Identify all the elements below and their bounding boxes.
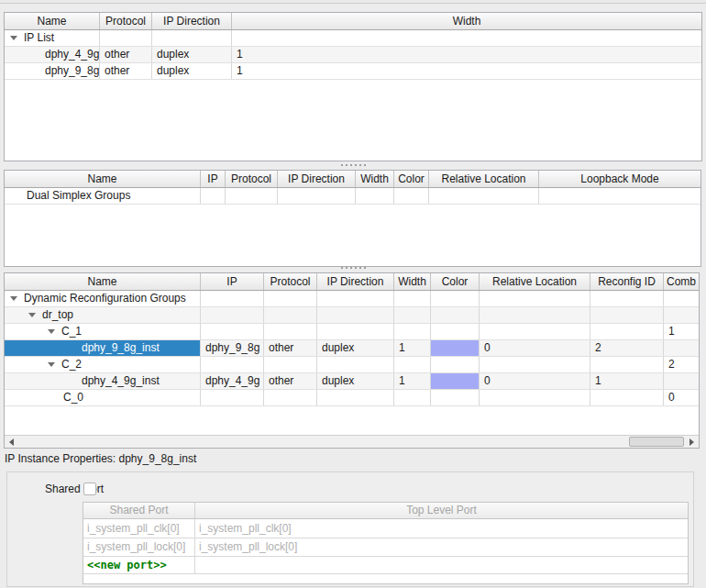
horizontal-scrollbar[interactable] xyxy=(5,435,699,448)
tree-item-label: Dual Simplex Groups xyxy=(27,188,130,204)
chevron-down-icon[interactable] xyxy=(10,36,17,40)
column-header-ip-direction[interactable]: IP Direction xyxy=(152,13,232,29)
tree-item-label: C_1 xyxy=(61,324,82,339)
cell-relative-location xyxy=(480,291,590,306)
table-row[interactable]: dphy_9_8g other duplex 1 xyxy=(5,63,701,80)
column-header-comb[interactable]: Comb xyxy=(664,273,699,290)
cell-comb xyxy=(664,373,699,389)
cell-width: 1 xyxy=(394,373,431,389)
cell-top-level-port[interactable]: i_system_pll_lock[0] xyxy=(195,538,688,556)
arrow-right-icon xyxy=(689,438,694,446)
column-header-ip-direction[interactable]: IP Direction xyxy=(317,273,394,290)
cell-width: 1 xyxy=(394,340,431,356)
scrollbar-thumb[interactable] xyxy=(629,437,684,447)
cell-width xyxy=(232,30,701,46)
column-header-width[interactable]: Width xyxy=(232,13,701,29)
color-swatch[interactable] xyxy=(431,340,480,356)
cell-width xyxy=(394,291,431,306)
cell-color xyxy=(394,188,429,204)
cell-shared-port[interactable]: i_system_pll_lock[0] xyxy=(83,538,195,556)
top-divider xyxy=(0,0,706,4)
dynamic-reconfig-table: Name IP Protocol IP Direction Width Colo… xyxy=(4,272,700,449)
table-row[interactable]: C_0 0 xyxy=(5,390,699,406)
table-row[interactable]: Dynamic Reconfiguration Groups xyxy=(5,291,699,307)
shared-port-checkbox[interactable] xyxy=(83,483,96,495)
column-header-ip-direction[interactable]: IP Direction xyxy=(278,171,356,187)
column-header-width[interactable]: Width xyxy=(356,171,394,187)
cell-ip-direction: duplex xyxy=(152,63,232,79)
chevron-down-icon[interactable] xyxy=(28,313,36,317)
column-header-reconfig-id[interactable]: Reconfig ID xyxy=(590,273,664,290)
cell-relative-location: 0 xyxy=(480,340,590,356)
new-port-row[interactable]: <<new port>> xyxy=(83,557,688,574)
cell-name: dphy_4_9g_inst xyxy=(5,373,201,389)
cell-comb: 2 xyxy=(664,357,699,372)
cell-top-level-port[interactable]: i_system_pll_clk[0] xyxy=(195,519,688,538)
cell-ip xyxy=(201,357,264,372)
table-row[interactable]: C_2 2 xyxy=(5,357,699,373)
cell-ip xyxy=(201,291,264,306)
table-row[interactable]: i_system_pll_clk[0] i_system_pll_clk[0] xyxy=(83,519,688,538)
splitter-handle[interactable] xyxy=(341,164,366,166)
splitter-handle[interactable] xyxy=(341,267,366,269)
cell-ip-direction xyxy=(317,291,394,306)
column-header-ip[interactable]: IP xyxy=(201,273,264,290)
table-row-selected[interactable]: dphy_9_8g_inst dphy_9_8g other duplex 1 … xyxy=(5,340,699,357)
table-row[interactable]: dphy_4_9g other duplex 1 xyxy=(5,47,701,63)
color-swatch[interactable] xyxy=(431,373,480,389)
cell-ip-direction xyxy=(317,324,394,339)
cell-reconfig-id: 1 xyxy=(590,373,664,389)
cell-ip-direction: duplex xyxy=(152,47,232,62)
tree-item-label: C_0 xyxy=(63,390,83,405)
column-header-shared-port[interactable]: Shared Port xyxy=(83,503,195,518)
ip-configuration-window: { "colors": { "selection_blue": "#2e85c4… xyxy=(0,0,706,588)
cell-width xyxy=(394,307,431,323)
cell-shared-port[interactable]: i_system_pll_clk[0] xyxy=(83,519,195,538)
cell-relative-location xyxy=(480,390,590,405)
cell-relative-location: 0 xyxy=(480,373,590,389)
scroll-left-button[interactable] xyxy=(5,436,18,448)
column-header-name[interactable]: Name xyxy=(5,171,201,187)
cell-width xyxy=(394,357,431,372)
dual-simplex-table: Name IP Protocol IP Direction Width Colo… xyxy=(4,170,701,267)
cell-color xyxy=(431,307,480,323)
column-header-name[interactable]: Name xyxy=(5,13,100,29)
column-header-protocol[interactable]: Protocol xyxy=(100,13,152,29)
cell-protocol xyxy=(264,324,317,339)
column-header-relative-location[interactable]: Relative Location xyxy=(429,171,539,187)
chevron-down-icon[interactable] xyxy=(48,362,55,367)
column-header-protocol[interactable]: Protocol xyxy=(226,171,278,187)
cell-protocol: other xyxy=(100,63,152,79)
new-port-button[interactable]: <<new port>> xyxy=(83,557,195,573)
column-header-relative-location[interactable]: Relative Location xyxy=(480,273,590,290)
cell-ip-direction xyxy=(152,30,232,46)
column-header-width[interactable]: Width xyxy=(394,273,431,290)
column-header-ip[interactable]: IP xyxy=(201,171,226,187)
table-row[interactable]: dphy_4_9g_inst dphy_4_9g other duplex 1 … xyxy=(5,373,699,390)
tree-item-label: Dynamic Reconfiguration Groups xyxy=(24,291,186,306)
table-row[interactable]: C_1 1 xyxy=(5,324,699,340)
tree-item-label: IP List xyxy=(24,30,54,46)
column-header-loopback-mode[interactable]: Loopback Mode xyxy=(539,171,700,187)
column-header-top-level-port[interactable]: Top Level Port xyxy=(195,503,688,518)
cell-ip: dphy_4_9g xyxy=(201,373,264,389)
tree-item-label: dr_top xyxy=(42,307,73,323)
cell-name: dphy_4_9g xyxy=(5,47,100,62)
column-header-protocol[interactable]: Protocol xyxy=(264,273,317,290)
table-row[interactable]: IP List xyxy=(5,30,701,47)
cell-ip-direction: duplex xyxy=(317,373,394,389)
table-row[interactable]: dr_top xyxy=(5,307,699,324)
column-header-color[interactable]: Color xyxy=(431,273,480,290)
cell-ip-direction: duplex xyxy=(317,340,394,356)
cell-top-level-port[interactable] xyxy=(195,557,688,573)
shared-ports-table: Shared Port Top Level Port i_system_pll_… xyxy=(83,502,689,584)
column-header-name[interactable]: Name xyxy=(5,273,201,290)
column-header-color[interactable]: Color xyxy=(394,171,429,187)
cell-name: dphy_9_8g_inst xyxy=(5,340,201,356)
cell-protocol: other xyxy=(264,340,317,356)
scroll-right-button[interactable] xyxy=(685,436,699,448)
table-row[interactable]: i_system_pll_lock[0] i_system_pll_lock[0… xyxy=(83,538,688,557)
table-row[interactable]: Dual Simplex Groups xyxy=(5,188,700,205)
chevron-down-icon[interactable] xyxy=(10,296,17,301)
chevron-down-icon[interactable] xyxy=(48,329,55,334)
